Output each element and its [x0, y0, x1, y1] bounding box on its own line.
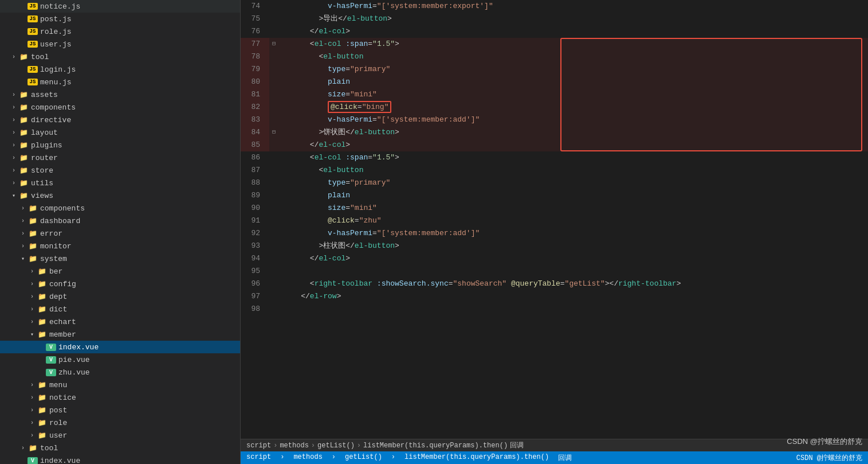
fold-gutter: [269, 139, 278, 151]
breadcrumb: script › methods › getList() › listMembe…: [241, 439, 868, 451]
sidebar-item-dict_dir[interactable]: 📁dict: [0, 303, 240, 315]
code-line-84: 84 >饼状图</el-button>: [241, 126, 868, 139]
fold-gutter: [269, 63, 278, 76]
fold-gutter[interactable]: [269, 38, 278, 50]
sidebar-item-echart_dir[interactable]: 📁echart: [0, 315, 240, 328]
tree-label: ber: [49, 267, 240, 276]
sidebar-item-index2.vue[interactable]: Vindex.vue: [0, 454, 240, 464]
sidebar-item-router_dir[interactable]: 📁router: [0, 151, 240, 164]
sidebar-item-layout_dir[interactable]: 📁layout: [0, 126, 240, 139]
tree-label: store: [31, 166, 240, 175]
sidebar-item-user2_dir[interactable]: 📁user: [0, 429, 240, 442]
tree-label: menu.js: [40, 78, 240, 87]
code-text: <right-toolbar :showSearch.sync="showSea…: [278, 278, 868, 290]
code-text: <el-button: [278, 50, 868, 63]
tree-label: components: [40, 204, 240, 213]
sidebar-item-error_dir[interactable]: 📁error: [0, 227, 240, 240]
sidebar-item-member_dir[interactable]: 📁member: [0, 328, 240, 341]
sidebar-item-index.vue[interactable]: Vindex.vue: [0, 341, 240, 353]
line-number: 82: [241, 101, 269, 114]
tree-label: member: [49, 330, 240, 339]
sidebar-item-menu.js[interactable]: JSmenu.js: [0, 76, 240, 88]
status-left-item: ›: [332, 453, 336, 463]
sidebar-item-dashboard_dir[interactable]: 📁dashboard: [0, 215, 240, 227]
status-left-item: script: [246, 453, 271, 463]
sidebar-item-pie.vue[interactable]: Vpie.vue: [0, 353, 240, 366]
code-wrapper: 74 v-hasPermi="['system:member:export']"…: [241, 0, 868, 315]
line-number: 74: [241, 0, 269, 13]
fold-gutter: [269, 50, 278, 63]
fold-icon[interactable]: [272, 41, 276, 47]
sidebar-item-dept_dir[interactable]: 📁dept: [0, 290, 240, 303]
fold-gutter: [269, 227, 278, 240]
breadcrumb-item: script: [246, 442, 271, 450]
fold-gutter: [269, 25, 278, 38]
js-file-icon: JS: [28, 66, 38, 73]
fold-icon[interactable]: [272, 129, 276, 135]
sidebar-item-components_dir[interactable]: 📁components: [0, 101, 240, 114]
line-number: 96: [241, 278, 269, 290]
fold-gutter[interactable]: [269, 126, 278, 139]
breadcrumb-separator: ›: [273, 442, 277, 450]
fold-gutter: [269, 13, 278, 25]
tree-label: notice.js: [40, 2, 240, 11]
sidebar-item-zhu.vue[interactable]: Vzhu.vue: [0, 366, 240, 379]
status-left: script›methods›getList()›listMember(this…: [246, 453, 572, 463]
fold-gutter: [269, 278, 278, 290]
code-line-78: 78 <el-button: [241, 50, 868, 63]
fold-gutter: [269, 303, 278, 315]
status-left-item: getList(): [345, 453, 382, 463]
folder-icon: 📁: [37, 330, 47, 339]
code-lines: 74 v-hasPermi="['system:member:export']"…: [241, 0, 868, 439]
sidebar-item-ber_dir[interactable]: 📁ber: [0, 265, 240, 278]
code-text: @click="zhu": [278, 215, 868, 227]
sidebar-item-post.js[interactable]: JSpost.js: [0, 13, 240, 25]
sidebar-item-role.js[interactable]: JSrole.js: [0, 25, 240, 38]
sidebar-item-tool_dir[interactable]: 📁tool: [0, 50, 240, 63]
sidebar-item-plugins_dir[interactable]: 📁plugins: [0, 139, 240, 151]
line-number: 97: [241, 290, 269, 303]
sidebar-item-menu2_dir[interactable]: 📁menu: [0, 379, 240, 391]
fold-gutter: [269, 101, 278, 114]
sidebar-item-role2_dir[interactable]: 📁role: [0, 416, 240, 429]
sidebar-item-directive_dir[interactable]: 📁directive: [0, 114, 240, 126]
fold-gutter: [269, 88, 278, 101]
sidebar-item-views_dir[interactable]: 📁views: [0, 189, 240, 202]
sidebar-item-notice.js[interactable]: JSnotice.js: [0, 0, 240, 13]
sidebar-item-user.js[interactable]: JSuser.js: [0, 38, 240, 50]
sidebar-item-monitor_dir[interactable]: 📁monitor: [0, 240, 240, 252]
line-number: 83: [241, 114, 269, 126]
sidebar-item-tool2_dir[interactable]: 📁tool: [0, 442, 240, 454]
folder-icon: 📁: [28, 444, 38, 453]
folder-icon: 📁: [28, 255, 38, 263]
folder-icon: 📁: [37, 305, 47, 314]
code-text: v-hasPermi="['system:member:add']": [278, 227, 868, 240]
code-text: size="mini": [278, 88, 868, 101]
sidebar-item-login.js[interactable]: JSlogin.js: [0, 63, 240, 76]
sidebar-item-views_components_dir[interactable]: 📁components: [0, 202, 240, 215]
line-number: 98: [241, 303, 269, 315]
js-file-icon: JS: [28, 3, 38, 10]
tree-label: index.vue: [40, 457, 240, 465]
tree-label: index.vue: [58, 343, 240, 352]
code-text: v-hasPermi="['system:member:add']": [278, 114, 868, 126]
tree-label: pie.vue: [58, 356, 240, 364]
sidebar-item-post2_dir[interactable]: 📁post: [0, 404, 240, 416]
sidebar-item-config_dir[interactable]: 📁config: [0, 278, 240, 290]
file-explorer: JSnotice.jsJSpost.jsJSrole.jsJSuser.js📁t…: [0, 0, 241, 464]
sidebar-item-notice2_dir[interactable]: 📁notice: [0, 391, 240, 404]
watermark: CSDN @拧螺丝的舒克: [787, 436, 862, 447]
code-text: >柱状图</el-button>: [278, 240, 868, 252]
line-number: 79: [241, 63, 269, 76]
sidebar-item-store_dir[interactable]: 📁store: [0, 164, 240, 177]
tree-label: menu: [49, 381, 240, 389]
line-number: 89: [241, 189, 269, 202]
sidebar-item-system_dir[interactable]: 📁system: [0, 252, 240, 265]
js-file-icon: JS: [28, 28, 38, 35]
code-text: </el-col>: [278, 139, 868, 151]
sidebar-item-assets_dir[interactable]: 📁assets: [0, 88, 240, 101]
tree-label: zhu.vue: [58, 368, 240, 377]
sidebar-item-utils_dir[interactable]: 📁utils: [0, 177, 240, 189]
fold-gutter: [269, 164, 278, 177]
folder-icon: 📁: [37, 318, 47, 326]
